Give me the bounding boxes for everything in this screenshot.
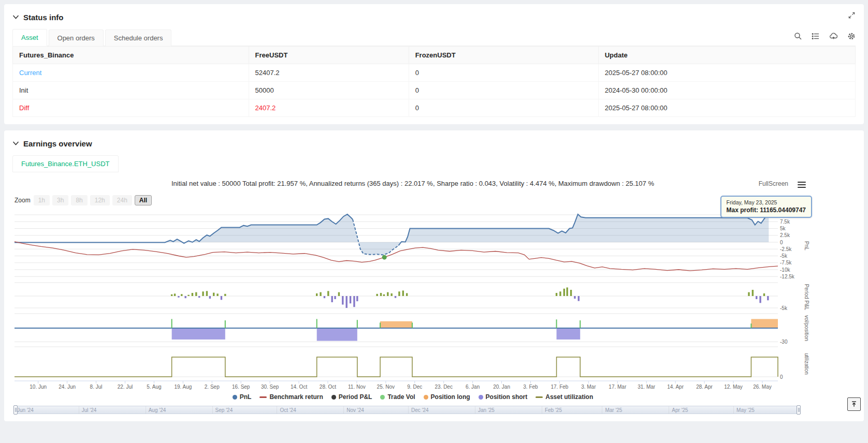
list-icon[interactable] [812,32,820,40]
period-pl-bar [334,296,336,299]
tab-schedule-orders[interactable]: Schedule orders [105,29,172,46]
period-pl-bar [345,296,347,308]
svg-text:2.5k: 2.5k [780,232,790,238]
legend-label: PnL [240,393,252,401]
period-pl-bar [383,294,385,296]
period-pl-bar [353,296,355,307]
back-to-top-button[interactable] [847,397,861,411]
cell: 52407.2 [249,64,409,82]
navigator-handle-right[interactable] [797,405,801,415]
search-icon[interactable] [794,32,802,40]
status-tabbar: Asset Open orders Schedule orders [12,29,856,46]
navigator-month-label: Jul '24 [82,407,97,413]
zoom-button-3h[interactable]: 3h [52,195,68,205]
table-header-row: Futures_Binance FreeUSDT FrozenUSDT Upda… [13,47,856,64]
tab-asset[interactable]: Asset [12,29,47,46]
legend-label: Position short [486,393,528,401]
cell: 0 [409,99,598,117]
legend-item[interactable]: Position long [424,393,470,401]
period-pl-bar [566,287,568,296]
navigator-tick [475,406,475,414]
svg-text:17. Mar: 17. Mar [609,384,627,390]
svg-text:28. Apr: 28. Apr [696,384,713,390]
legend-item[interactable]: PnL [233,393,252,401]
zoom-button-all[interactable]: All [135,195,152,205]
svg-text:-5k: -5k [780,253,788,259]
svg-text:24. Jun: 24. Jun [59,384,76,390]
status-info-panel: Status info Asset Open orders Schedule o… [4,4,864,124]
svg-text:3. Feb: 3. Feb [523,384,538,390]
period-pl-bar [578,296,580,301]
cloud-sync-icon[interactable] [829,32,838,40]
svg-text:6. Jan: 6. Jan [466,384,480,390]
zoom-button-1h[interactable]: 1h [34,195,50,205]
period-pl-bar [756,296,757,299]
earnings-chart[interactable]: 10k7.5k5k2.5k0-2.5k-5k-7.5k-10k-12.5k-5k… [12,206,813,392]
svg-text:30. Sep: 30. Sep [261,384,279,390]
legend-item[interactable]: Position short [479,393,528,401]
svg-text:31. Mar: 31. Mar [638,384,656,390]
period-pl-bar [390,293,392,296]
point-marker [382,255,387,260]
collapse-chevron-icon[interactable] [12,14,19,20]
period-pl-bar [331,296,332,302]
fullscreen-button[interactable]: FullScreen [759,180,788,187]
navigator-tick [408,406,409,414]
period-pl-bar [559,291,561,296]
svg-text:7.5k: 7.5k [780,219,790,225]
tab-futures-binance-eth-usdt[interactable]: Futures_Binance.ETH_USDT [12,155,119,172]
legend-item[interactable]: Benchmark return [259,393,323,401]
cell: 50000 [249,82,409,99]
navigator-month-label: Feb '25 [545,407,562,413]
navigator-month-label: Jun '24 [17,407,34,413]
legend-marker-icon [536,396,543,398]
navigator-handle-left[interactable] [13,405,18,415]
legend-marker-icon [233,395,237,400]
zoom-button-24h[interactable]: 24h [112,195,132,205]
svg-text:utilization: utilization [804,353,809,375]
legend-item[interactable]: Period P&L [331,393,372,401]
chart-tooltip: Friday, May 23, 2025 Max profit: 11165.0… [720,196,812,218]
svg-text:vol/position: vol/position [804,315,809,341]
svg-text:5. Aug: 5. Aug [147,384,161,390]
navigator-month-label: Dec '24 [411,407,429,413]
chart-navigator[interactable]: Jun '24Jul '24Aug '24Sep '24Oct '24Nov '… [13,406,801,414]
settings-icon[interactable] [847,32,856,40]
svg-text:5k: 5k [780,226,786,231]
svg-text:20. Jan: 20. Jan [493,384,510,390]
tab-open-orders[interactable]: Open orders [49,29,104,46]
pnl-area [15,214,769,255]
table-row: Init 50000 0 2024-05-30 00:00:00 [13,82,856,99]
zoom-button-8h[interactable]: 8h [71,195,87,205]
period-pl-bar [181,294,182,296]
period-pl-bar [178,296,179,298]
column-header: Futures_Binance [13,47,249,64]
period-pl-bar [320,292,321,296]
svg-text:0: 0 [780,240,783,245]
navigator-tick [146,406,146,414]
svg-text:16. Sep: 16. Sep [232,384,250,390]
collapse-chevron-icon[interactable] [12,141,19,146]
legend-item[interactable]: Trade Vol [380,393,415,401]
navigator-tick [733,406,734,414]
period-pl-bar [398,291,400,296]
expand-icon[interactable] [848,11,856,21]
svg-text:9. Dec: 9. Dec [407,384,422,390]
svg-text:22. Jul: 22. Jul [118,384,133,390]
position-short-bar [172,328,225,339]
period-pl-bar [767,296,769,300]
navigator-tick [669,406,669,414]
navigator-month-label: Jan '25 [478,407,495,413]
zoom-button-12h[interactable]: 12h [90,195,110,205]
navigator-tick [343,406,344,414]
legend-marker-icon [259,396,267,398]
legend-item[interactable]: Asset utilization [536,393,593,401]
svg-text:Period P&L: Period P&L [804,284,809,311]
table-row: Diff 2407.2 0 2025-05-27 08:00:00 [13,99,856,117]
row-label-current[interactable]: Current [13,64,249,82]
svg-text:-12.5k: -12.5k [780,274,795,279]
svg-text:0: 0 [780,374,783,380]
position-short-bar [317,328,357,341]
chart-stats-summary: Initial net value : 50000 Total profit: … [12,178,813,187]
chart-context-menu-icon[interactable] [798,180,806,189]
